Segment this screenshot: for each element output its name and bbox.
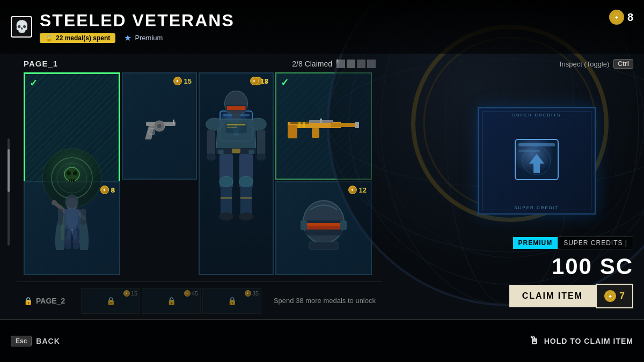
pistol-medal-cost: ✦ 15 — [173, 77, 192, 85]
medal-icon: ✦ — [173, 77, 182, 85]
svg-rect-20 — [73, 179, 75, 182]
item-helmet[interactable]: ✦ 12 — [275, 181, 372, 275]
armor-cost: 18 — [261, 77, 268, 85]
lock-icon-page2: 🔒 — [24, 297, 33, 305]
premium-badge: ★ Premium — [124, 33, 163, 43]
svg-rect-31 — [331, 123, 357, 127]
svg-rect-51 — [227, 106, 246, 110]
svg-rect-64 — [218, 150, 224, 154]
item-shotgun[interactable]: ✓ — [275, 72, 372, 180]
page2-item-3: 🔒 ✦ 35 — [202, 288, 261, 314]
svg-rect-36 — [298, 122, 301, 128]
header-medal-icon: ✦ — [609, 10, 624, 25]
claim-item-button[interactable]: CLAIM ITEM — [509, 285, 596, 307]
svg-point-68 — [219, 176, 233, 187]
svg-text:✦: ✦ — [614, 15, 619, 20]
page2-label-text: PAGE_2 — [36, 297, 65, 305]
svg-rect-18 — [69, 179, 70, 182]
header: 💀 STEELED VETERANS 🔒 22 medal(s) spent ★… — [0, 0, 644, 54]
item-display-top-label: SUPER CREDITS — [479, 113, 595, 117]
scroll-thumb — [8, 149, 10, 192]
shotgun-image — [276, 73, 371, 179]
svg-rect-59 — [257, 129, 266, 156]
svg-point-69 — [239, 176, 253, 187]
svg-rect-58 — [207, 129, 216, 156]
svg-rect-84 — [64, 209, 79, 229]
svg-point-57 — [250, 118, 266, 130]
svg-point-74 — [219, 212, 233, 221]
medal-sm-1: ✦ — [123, 290, 130, 297]
page2-cost-2: ✦ 45 — [184, 290, 198, 297]
medal-sm-2: ✦ — [184, 290, 191, 297]
svg-rect-72 — [221, 197, 232, 199]
scroll-bar[interactable] — [8, 138, 10, 246]
item-armor-small[interactable]: ✦ 8 — [24, 181, 120, 275]
medal-icon-armor: ✦ — [250, 77, 259, 85]
page-label: PAGE_1 — [24, 59, 58, 68]
item-armor-large[interactable]: ✦ 18 — [199, 72, 274, 275]
svg-rect-85 — [64, 228, 71, 249]
page2-item-2: 🔒 ✦ 45 — [142, 288, 201, 314]
small-armor-cost: 8 — [111, 186, 115, 194]
svg-rect-81 — [340, 220, 347, 230]
svg-rect-80 — [301, 220, 307, 230]
lock-icon-3: 🔒 — [228, 297, 237, 305]
svg-text:✦: ✦ — [608, 294, 612, 299]
scroll-sidebar — [0, 64, 17, 319]
svg-rect-38 — [320, 119, 322, 123]
page2-cost-1: ✦ 15 — [123, 290, 137, 297]
svg-point-17 — [73, 171, 77, 175]
svg-point-60 — [207, 153, 216, 161]
svg-rect-86 — [73, 228, 79, 249]
svg-rect-32 — [288, 125, 297, 138]
svg-rect-25 — [173, 120, 174, 124]
svg-rect-37 — [303, 122, 305, 128]
checkmark-icon: ✓ — [30, 77, 38, 89]
claim-medal-icon: ✦ — [604, 290, 616, 302]
svg-point-56 — [206, 118, 223, 130]
svg-rect-90 — [518, 143, 555, 146]
page-title: STEELED VETERANS — [40, 11, 235, 31]
pistol-image — [123, 73, 196, 179]
svg-rect-35 — [355, 122, 359, 128]
page2-cost-3: ✦ 35 — [245, 290, 259, 297]
shotgun-checkmark: ✓ — [281, 77, 289, 88]
svg-point-24 — [157, 124, 162, 128]
page2-item-1: 🔒 ✦ 15 — [81, 288, 140, 314]
lock-icon: 🔒 — [45, 34, 53, 42]
claim-cost-badge: ✦ 7 — [596, 284, 633, 308]
helmet-medal-cost: ✦ 12 — [348, 186, 367, 194]
helmet-image — [276, 182, 371, 274]
back-button[interactable]: Esc BACK — [11, 336, 60, 346]
header-medal-number: 8 — [627, 11, 633, 24]
svg-point-16 — [67, 171, 71, 175]
svg-rect-91 — [518, 150, 540, 152]
item-display-card: SUPER CREDITS SUPER CREDIT — [478, 107, 596, 215]
inspect-toggle[interactable]: Inspect (Toggle) Ctrl — [560, 59, 633, 69]
bottom-bar: Esc BACK 🖱 HOLD TO CLAIM ITEM — [0, 319, 644, 362]
small-armor-image — [25, 182, 119, 274]
svg-rect-54 — [227, 124, 246, 125]
hold-label: 🖱 HOLD TO CLAIM ITEM — [529, 335, 633, 347]
esc-key-badge: Esc — [11, 336, 32, 346]
svg-rect-63 — [232, 149, 240, 153]
svg-rect-52 — [232, 115, 240, 119]
claim-btn-row: CLAIM ITEM ✦ 7 — [509, 284, 633, 308]
page2-label: 🔒 PAGE_2 — [24, 297, 65, 305]
svg-rect-55 — [227, 127, 237, 128]
armor-medal-cost: ✦ 18 — [250, 77, 268, 85]
item-pistol[interactable]: ✦ 15 — [122, 72, 197, 180]
price-display: 100 SC — [552, 254, 633, 279]
armor-large-image — [200, 73, 273, 274]
svg-rect-88 — [80, 209, 86, 225]
page2-items: 🔒 ✦ 15 🔒 ✦ 45 🔒 ✦ 35 — [81, 288, 261, 314]
medal-icon-small-armor: ✦ — [100, 186, 109, 194]
svg-rect-70 — [221, 187, 232, 215]
svg-point-49 — [225, 91, 248, 116]
header-medal-count: ✦ 8 — [609, 10, 633, 25]
medals-spent-badge: 🔒 22 medal(s) spent — [40, 33, 115, 43]
svg-rect-87 — [58, 209, 63, 225]
svg-rect-82 — [309, 242, 338, 249]
right-panel: SUPER CREDITS SUPER CREDIT — [397, 54, 644, 319]
lock-icon-1: 🔒 — [106, 297, 115, 305]
